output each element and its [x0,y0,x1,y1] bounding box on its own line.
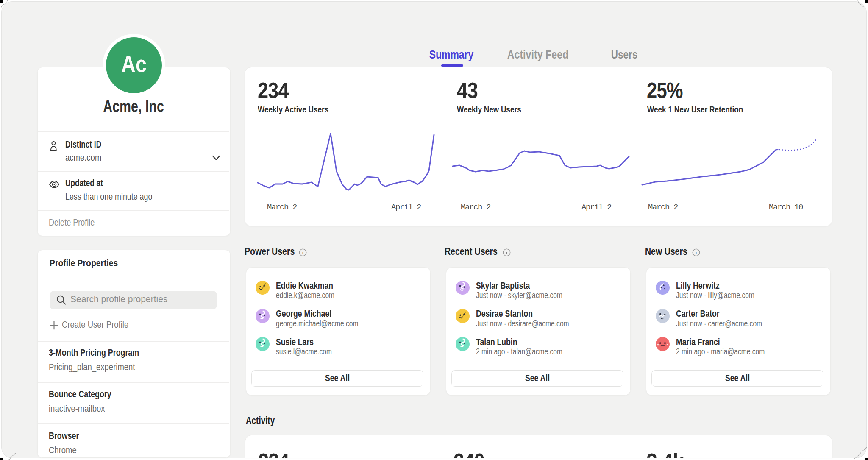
svg-text:i: i [506,250,508,256]
svg-text:i: i [696,250,697,256]
svg-text:i: i [302,250,304,256]
